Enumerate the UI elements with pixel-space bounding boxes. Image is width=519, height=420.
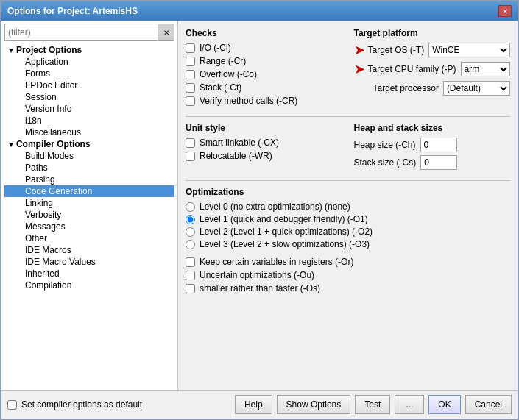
ellipsis-button[interactable]: ... [395,395,424,414]
check-verify: Verify method calls (-CR) [186,96,342,106]
check-registers: Keep certain variables in registers (-Or… [186,257,510,267]
check-uncertain-input[interactable] [186,271,195,280]
cancel-button[interactable]: Cancel [465,395,512,414]
opt-level-1: Level 1 (quick and debugger friendly) (-… [186,214,510,224]
tree-item-fpdoc-editor[interactable]: FPDoc Editor [4,79,174,91]
tree-item-paths[interactable]: Paths [4,162,174,174]
tree-container: ▼Project Options Application Forms FPDoc… [4,44,174,387]
set-default-checkbox[interactable] [7,400,17,410]
heap-stack-title: Heap and stack sizes [354,123,511,133]
tree-item-ide-macros[interactable]: IDE Macros [4,244,174,256]
check-relocatable-input[interactable] [186,152,195,161]
check-io-label: I/O (-Ci) [200,43,231,53]
check-smart-linkable-input[interactable] [186,138,195,148]
help-button[interactable]: Help [235,395,272,414]
tree-item-code-generation[interactable]: Code Generation [4,185,174,197]
check-overflow: Overflow (-Co) [186,69,342,79]
filter-bar: ✕ [4,24,174,41]
heap-size-input[interactable] [420,138,457,152]
tree-item-build-modes[interactable]: Build Modes [4,150,174,162]
check-io-input[interactable] [186,43,195,53]
tree-item-i18n[interactable]: i18n [4,115,174,127]
content-area: ✕ ▼Project Options Application Forms FPD… [1,21,518,390]
target-os-label: Target OS (-T) [368,45,425,55]
check-verify-input[interactable] [186,96,195,106]
target-processor-select[interactable]: (Default) [443,81,510,96]
close-button[interactable]: ✕ [498,5,512,17]
opt-level-0: Level 0 (no extra optimizations) (none) [186,202,510,212]
window-title: Options for Project: ArtemisHS [7,6,138,16]
tree-item-linking[interactable]: Linking [4,197,174,209]
target-section: Target platform ➤ Target OS (-T) WinCE L… [354,28,511,109]
opt-level-0-radio[interactable] [186,202,195,212]
stack-size-label: Stack size (-Cs) [354,157,417,168]
tree-item-session[interactable]: Session [4,91,174,103]
checks-target-row: Checks I/O (-Ci) Range (-Cr) Overflow (-… [186,28,510,109]
target-os-arrow-icon: ➤ [354,43,365,57]
stack-size-row: Stack size (-Cs) [354,155,511,170]
target-os-select[interactable]: WinCE Linux Win32 Darwin [428,43,510,57]
target-title: Target platform [354,28,511,38]
filter-input[interactable] [5,26,158,39]
opt-level-2-radio[interactable] [186,227,195,237]
check-overflow-input[interactable] [186,70,195,79]
ok-button[interactable]: OK [428,395,460,414]
target-os-row: ➤ Target OS (-T) WinCE Linux Win32 Darwi… [354,43,511,57]
check-registers-input[interactable] [186,257,195,267]
test-button[interactable]: Test [355,395,390,414]
check-smaller-input[interactable] [186,284,195,293]
bottom-bar: Set compiler options as default Help Sho… [1,390,518,419]
tree-item-version-info[interactable]: Version Info [4,103,174,115]
filter-clear-button[interactable]: ✕ [158,24,174,40]
title-bar-controls: ✕ [498,5,512,17]
check-registers-label: Keep certain variables in registers (-Or… [200,257,353,267]
check-stack-input[interactable] [186,83,195,93]
target-processor-row: Target processor (Default) [354,81,511,96]
expand-arrow-2: ▼ [7,140,15,149]
target-cpu-select[interactable]: arm i386 x86_64 mips [461,62,510,76]
unit-heap-row: Unit style Smart linkable (-CX) Relocata… [186,123,510,173]
tree-item-project-options[interactable]: ▼Project Options [4,44,174,56]
show-options-button[interactable]: Show Options [277,395,351,414]
check-smaller: smaller rather than faster (-Os) [186,283,510,293]
heap-section: Heap and stack sizes Heap size (-Ch) Sta… [354,123,511,173]
action-buttons: Help Show Options Test ... OK Cancel [235,395,512,414]
check-smart-linkable: Smart linkable (-CX) [186,138,342,148]
tree-item-messages[interactable]: Messages [4,221,174,232]
tree-item-miscellaneous[interactable]: Miscellaneous [4,127,174,138]
expand-arrow: ▼ [7,46,15,54]
tree-item-parsing[interactable]: Parsing [4,174,174,185]
optimizations-section: Optimizations Level 0 (no extra optimiza… [186,187,510,249]
tree-item-other[interactable]: Other [4,232,174,244]
checks-title: Checks [186,28,342,38]
check-range-label: Range (-Cr) [200,56,246,66]
opt-level-3-radio[interactable] [186,240,195,249]
check-stack-label: Stack (-Ct) [200,82,241,93]
title-bar: Options for Project: ArtemisHS ✕ [1,1,518,21]
target-processor-label: Target processor [373,83,439,93]
opt-level-1-label: Level 1 (quick and debugger friendly) (-… [200,214,368,224]
set-default-label: Set compiler options as default [21,399,142,410]
checks-section: Checks I/O (-Ci) Range (-Cr) Overflow (-… [186,28,342,109]
check-verify-label: Verify method calls (-CR) [200,96,297,106]
tree-item-compiler-options[interactable]: ▼Compiler Options [4,138,174,150]
opt-level-3-label: Level 3 (Level 2 + slow optimizations) (… [200,239,370,249]
tree-item-ide-macro-values[interactable]: IDE Macro Values [4,256,174,268]
check-relocatable-label: Relocatable (-WR) [200,151,272,161]
optimizations-title: Optimizations [186,187,510,197]
tree-item-verbosity[interactable]: Verbosity [4,209,174,221]
heap-size-label: Heap size (-Ch) [354,140,416,150]
tree-item-application[interactable]: Application [4,56,174,68]
target-cpu-label: Target CPU family (-P) [368,64,456,74]
tree-item-compilation[interactable]: Compilation [4,280,174,291]
divider-1 [186,116,510,117]
check-range: Range (-Cr) [186,56,342,66]
left-panel: ✕ ▼Project Options Application Forms FPD… [1,21,178,390]
stack-size-input[interactable] [420,155,457,170]
tree-item-inherited[interactable]: Inherited [4,268,174,280]
unit-section: Unit style Smart linkable (-CX) Relocata… [186,123,342,173]
main-window: Options for Project: ArtemisHS ✕ ✕ ▼Proj… [0,0,519,420]
check-range-input[interactable] [186,57,195,66]
opt-level-1-radio[interactable] [186,215,195,224]
tree-item-forms[interactable]: Forms [4,68,174,79]
